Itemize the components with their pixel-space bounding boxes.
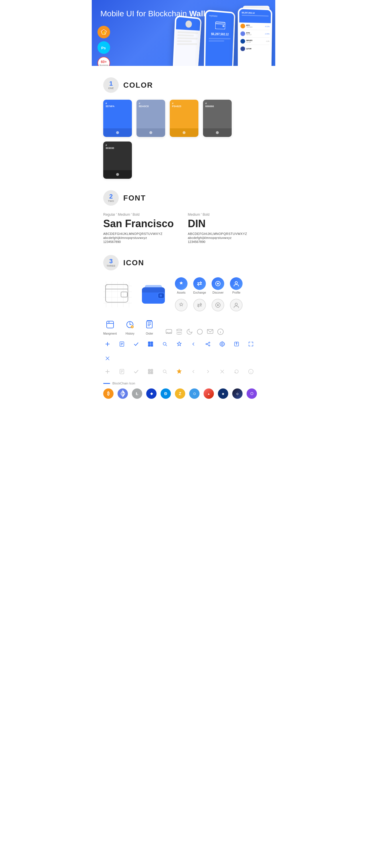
icon-assets: Assets xyxy=(175,277,188,294)
dash-icon: Đ xyxy=(161,389,171,399)
nav-management: Mangment xyxy=(103,318,117,335)
svg-point-24 xyxy=(160,294,162,297)
svg-rect-17 xyxy=(106,284,128,302)
icon-discover-ghost xyxy=(211,299,224,311)
search-icon-ghost xyxy=(161,367,169,376)
svg-point-94 xyxy=(163,370,166,373)
bottom-nav-icons: Mangment History xyxy=(103,318,264,335)
info-icon-ghost xyxy=(247,367,255,376)
font-din: Medium ' Bold DIN ABCDEFGHIJKLMNOPQRSTUV… xyxy=(188,213,264,244)
icon-section-title: ICON xyxy=(123,258,144,267)
nav-history: History xyxy=(123,318,136,335)
expand-icon xyxy=(247,340,255,348)
svg-rect-91 xyxy=(152,372,153,373)
moon-icon xyxy=(186,328,193,335)
screens-badge: 60+ Screens xyxy=(97,57,110,66)
plus-icon xyxy=(103,340,112,348)
svg-line-66 xyxy=(166,345,167,346)
crypto-icons: ₿ Ł ◆ Đ Z ⬡ ▲ ◈ ◇ ⬡ xyxy=(103,389,264,399)
svg-text:Ps: Ps xyxy=(101,46,106,50)
ethereum-icon xyxy=(117,389,128,399)
circle-icon xyxy=(196,328,203,335)
wallet-filled xyxy=(140,282,166,307)
color-section-header: 1 ONE COLOR xyxy=(103,78,264,93)
refresh-icon-ghost xyxy=(232,367,241,376)
share-icon xyxy=(204,340,212,348)
svg-rect-31 xyxy=(107,321,114,328)
color-swatches: #3574FA #8DA0C8 #F5A623 #666666 #303030 xyxy=(103,100,264,179)
svg-rect-63 xyxy=(151,345,152,346)
star-icon xyxy=(175,340,184,348)
color-section-number: 1 ONE xyxy=(103,78,119,93)
svg-point-73 xyxy=(221,343,223,345)
search-icon xyxy=(161,340,169,348)
qr-icon-ghost xyxy=(146,367,155,376)
waves-icon: ◆ xyxy=(146,389,157,399)
bitcoin-icon: ₿ xyxy=(103,389,114,399)
info-icon xyxy=(217,328,224,335)
nav-order: Order xyxy=(143,318,156,335)
svg-rect-61 xyxy=(151,344,152,345)
svg-marker-96 xyxy=(177,369,181,373)
font-section-number: 2 TWO xyxy=(103,190,119,206)
font-grid: Regular ' Medium ' Bold San Francisco AB… xyxy=(103,213,264,244)
svg-rect-90 xyxy=(151,372,152,373)
litecoin-icon: Ł xyxy=(132,389,142,399)
svg-rect-22 xyxy=(142,290,165,292)
gridcoin-icon: ⬡ xyxy=(189,389,200,399)
star-icon-active xyxy=(175,367,184,376)
icon-assets-ghost xyxy=(175,299,188,311)
svg-line-71 xyxy=(207,343,209,344)
gear-icon xyxy=(218,340,227,348)
right-arrow-icon-ghost xyxy=(204,367,212,376)
icon-profile-ghost xyxy=(230,299,243,311)
blockchain-line-indicator xyxy=(103,383,110,384)
plus-icon-ghost xyxy=(103,367,112,376)
svg-point-44 xyxy=(197,329,202,334)
hero-tool-badges: Ps 60+ Screens xyxy=(97,26,110,66)
layers-icon xyxy=(176,328,182,335)
icon-section-number: 3 THREE xyxy=(103,255,119,271)
steem-icon: ▲ xyxy=(204,389,214,399)
svg-line-95 xyxy=(166,372,167,374)
icon-section-header: 3 THREE ICON xyxy=(103,255,264,271)
check-icon-ghost xyxy=(132,367,140,376)
svg-rect-56 xyxy=(148,342,150,343)
note-icon xyxy=(117,340,126,348)
svg-point-65 xyxy=(163,342,166,345)
main-content: 1 ONE COLOR #3574FA #8DA0C8 #F5A623 #666… xyxy=(92,78,275,413)
hero-section: Mobile UI for Blockchain Wallet UI Kit P… xyxy=(92,0,275,66)
svg-point-70 xyxy=(209,345,210,346)
icon-profile: Profile xyxy=(230,277,243,294)
svg-rect-93 xyxy=(152,373,153,374)
icon-exchange: Exchange xyxy=(193,277,206,294)
small-icons-row-2 xyxy=(103,367,264,376)
close-icon xyxy=(103,354,112,363)
color-section-title: COLOR xyxy=(123,81,153,90)
svg-rect-7 xyxy=(223,25,225,27)
small-icons-row-1 xyxy=(103,340,264,363)
svg-rect-64 xyxy=(152,345,153,346)
font-section-header: 2 TWO FONT xyxy=(103,190,264,206)
svg-point-27 xyxy=(235,282,237,284)
qtum-icon: ◈ xyxy=(218,389,228,399)
sketch-badge xyxy=(97,26,110,38)
color-swatch-orange: #F5A623 xyxy=(170,100,198,137)
zcash-icon: Z xyxy=(175,389,185,399)
left-arrow-icon xyxy=(189,340,198,348)
svg-marker-67 xyxy=(177,342,181,346)
nav-icons-container: Assets Exchange xyxy=(175,277,243,311)
svg-point-68 xyxy=(209,342,210,343)
nav-icons-colored: Assets Exchange xyxy=(175,277,243,294)
icon-discover: Discover xyxy=(211,277,224,294)
color-swatch-dark: #303030 xyxy=(103,142,132,179)
svg-rect-89 xyxy=(148,372,150,374)
avax-icon: ◇ xyxy=(232,389,243,399)
check-icon xyxy=(132,340,140,348)
svg-point-69 xyxy=(206,343,207,345)
svg-rect-19 xyxy=(121,292,127,297)
ps-badge: Ps xyxy=(97,41,110,54)
font-section-title: FONT xyxy=(123,194,146,203)
wallet-wireframe xyxy=(103,282,132,307)
svg-line-72 xyxy=(207,344,209,345)
